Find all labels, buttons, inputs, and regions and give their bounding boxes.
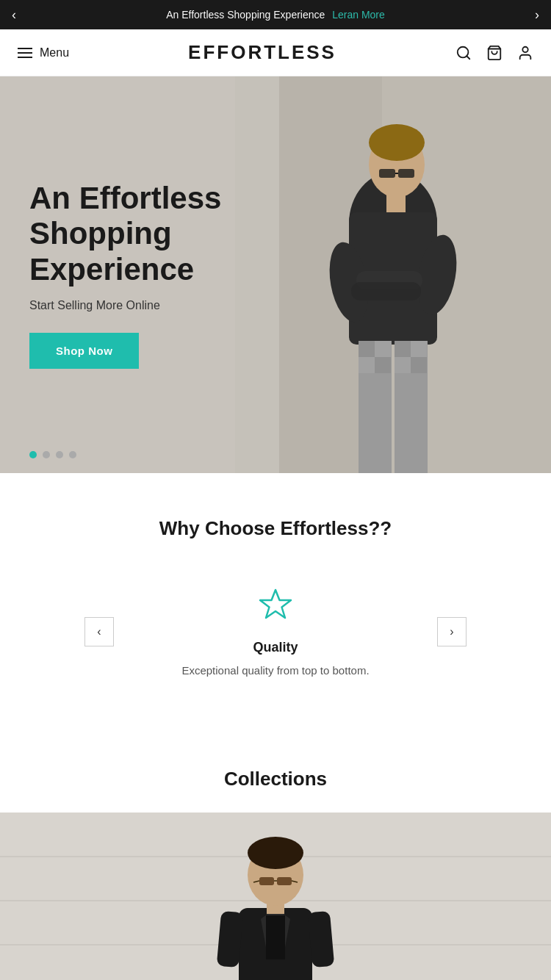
feature-card: Quality Exceptional quality from top to … (129, 569, 422, 694)
collections-title: Collections (0, 768, 551, 790)
features-carousel: ‹ Quality Exceptional quality from top t… (15, 569, 536, 694)
svg-rect-11 (398, 169, 414, 178)
svg-point-3 (522, 46, 527, 51)
announcement-main-text: An Effortless Shopping Experience (166, 9, 325, 21)
announcement-bar: ‹ An Effortless Shopping Experience Lera… (0, 0, 551, 29)
svg-rect-27 (395, 357, 411, 373)
hero-dot-3[interactable] (56, 451, 63, 458)
collection-image (0, 813, 551, 981)
svg-rect-42 (266, 915, 285, 959)
collections-section: Collections (0, 731, 551, 981)
header-icons (455, 45, 533, 61)
feature-description: Exceptional quality from top to bottom. (181, 663, 369, 680)
announcement-next-button[interactable]: › (523, 1, 551, 29)
quality-icon (253, 584, 298, 628)
svg-rect-26 (411, 341, 427, 357)
svg-rect-23 (359, 357, 375, 373)
hero-dot-4[interactable] (69, 451, 76, 458)
collection-person-svg (0, 813, 551, 981)
svg-point-9 (369, 124, 425, 161)
cart-icon[interactable] (486, 45, 503, 61)
svg-point-47 (248, 837, 303, 869)
hero-person-svg (235, 76, 551, 473)
svg-rect-48 (259, 877, 274, 885)
features-next-button[interactable]: › (437, 617, 467, 646)
menu-label: Menu (40, 46, 69, 60)
feature-title: Quality (253, 640, 298, 655)
announcement-text: An Effortless Shopping Experience Leran … (166, 9, 385, 21)
why-section-title: Why Choose Effortless?? (15, 517, 536, 540)
hero-content: An Effortless Shopping Experience Start … (0, 76, 279, 473)
svg-rect-13 (386, 192, 406, 215)
svg-rect-10 (379, 169, 395, 178)
announcement-link[interactable]: Leran More (332, 9, 385, 21)
hero-slider: An Effortless Shopping Experience Start … (0, 76, 551, 473)
svg-rect-49 (277, 877, 292, 885)
svg-marker-29 (260, 590, 291, 618)
hero-dots (29, 451, 76, 458)
hamburger-icon (18, 48, 32, 58)
account-icon[interactable] (517, 45, 533, 61)
hero-subtitle: Start Selling More Online (29, 299, 250, 312)
hero-dot-1[interactable] (29, 451, 37, 458)
announcement-prev-button[interactable]: ‹ (0, 1, 28, 29)
shop-now-button[interactable]: Shop Now (29, 333, 139, 369)
svg-rect-21 (359, 341, 375, 357)
header: Menu EFFORTLESS (0, 29, 551, 76)
search-icon[interactable] (455, 45, 472, 61)
site-logo[interactable]: EFFORTLESS (188, 41, 336, 64)
hero-dot-2[interactable] (43, 451, 50, 458)
hero-title: An Effortless Shopping Experience (29, 181, 250, 287)
menu-button[interactable]: Menu (18, 46, 69, 60)
svg-rect-28 (411, 357, 427, 373)
features-prev-button[interactable]: ‹ (84, 617, 114, 646)
svg-rect-22 (375, 341, 391, 357)
why-section: Why Choose Effortless?? ‹ Quality Except… (0, 473, 551, 731)
hero-image (235, 76, 551, 473)
svg-rect-24 (375, 357, 391, 373)
svg-rect-25 (395, 341, 411, 357)
svg-line-1 (467, 56, 469, 59)
svg-rect-18 (351, 282, 421, 300)
